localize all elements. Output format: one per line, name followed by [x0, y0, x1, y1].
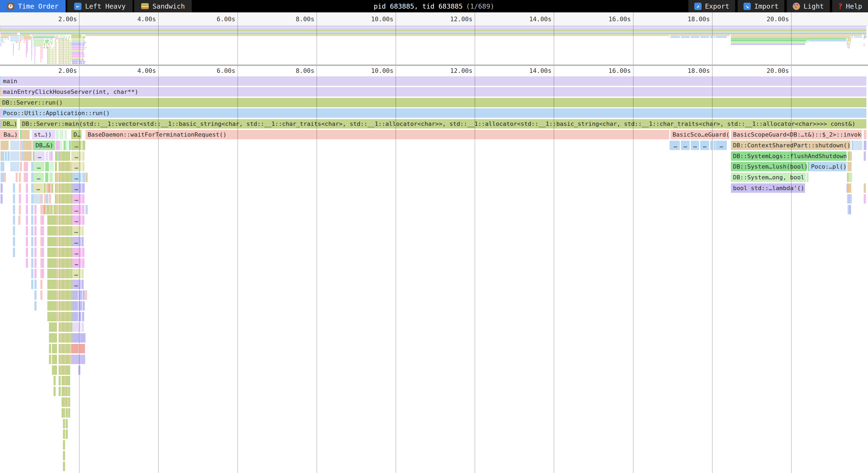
flame-frame[interactable] — [70, 290, 72, 300]
flame-frame[interactable]: Poco:…pl() — [809, 162, 846, 171]
flame-frame[interactable] — [24, 140, 32, 150]
flame-frame[interactable] — [20, 151, 22, 161]
flame-frame[interactable] — [63, 419, 65, 429]
flame-frame[interactable]: mainEntryClickHouseServer(int, char**) — [1, 87, 866, 97]
flame-frame[interactable]: … — [671, 140, 680, 150]
flame-frame[interactable] — [13, 237, 15, 246]
flame-frame[interactable] — [56, 258, 58, 268]
flame-frame[interactable] — [26, 172, 28, 182]
flame-frame[interactable] — [18, 215, 21, 225]
flame-frame[interactable] — [66, 140, 68, 150]
flame-frame[interactable] — [82, 140, 85, 150]
flame-frame[interactable] — [82, 237, 84, 246]
flame-frame[interactable] — [68, 398, 70, 407]
flame-frame[interactable] — [47, 205, 50, 214]
flame-frame[interactable] — [46, 194, 49, 203]
flame-frame[interactable] — [56, 237, 58, 246]
flame-frame[interactable]: … — [71, 151, 82, 161]
flame-frame[interactable] — [850, 172, 852, 182]
flame-frame[interactable] — [13, 205, 15, 214]
tab-time-order[interactable]: Time Order — [0, 0, 66, 12]
flame-frame[interactable] — [56, 215, 58, 225]
flame-frame[interactable]: DB::ContextSharedPart::shutdown() — [731, 140, 850, 150]
flame-frame[interactable] — [46, 151, 48, 161]
flame-frame[interactable] — [22, 130, 30, 139]
flame-frame[interactable] — [82, 162, 85, 171]
flame-frame[interactable] — [34, 205, 37, 214]
flame-frame[interactable] — [86, 205, 88, 214]
flame-frame[interactable] — [66, 151, 68, 161]
flame-frame[interactable] — [10, 162, 19, 171]
flame-frame[interactable] — [70, 258, 72, 268]
flame-frame[interactable] — [34, 301, 37, 311]
flame-frame[interactable] — [10, 140, 19, 150]
flame-frame[interactable] — [66, 430, 68, 439]
flame-frame[interactable] — [82, 215, 85, 225]
flame-frame[interactable] — [63, 430, 65, 439]
flame-frame[interactable] — [66, 387, 68, 396]
flame-frame[interactable]: main — [1, 76, 866, 86]
flame-frame[interactable] — [4, 172, 6, 182]
flame-frame[interactable] — [51, 151, 53, 161]
flame-frame[interactable] — [55, 322, 57, 332]
flame-frame[interactable] — [55, 333, 57, 343]
flame-frame[interactable] — [70, 194, 72, 203]
flame-frame[interactable]: st…)) — [32, 130, 55, 139]
flame-frame[interactable] — [31, 258, 33, 268]
flame-frame[interactable]: DB…&) — [33, 140, 55, 150]
flame-frame[interactable]: … — [34, 151, 44, 161]
flame-frame[interactable] — [7, 151, 10, 161]
flame-frame[interactable] — [13, 248, 15, 257]
flame-frame[interactable] — [40, 205, 42, 214]
theme-toggle-button[interactable]: Light — [787, 0, 830, 12]
flame-frame[interactable] — [72, 290, 78, 300]
flame-frame[interactable]: DB::System…ong, bool) — [731, 172, 806, 182]
flame-frame[interactable] — [68, 151, 70, 161]
flame-frame[interactable] — [82, 183, 85, 193]
flame-frame[interactable] — [56, 172, 58, 182]
flame-frame[interactable] — [2, 162, 4, 171]
flame-frame[interactable] — [5, 151, 7, 161]
flame-frame[interactable] — [10, 151, 19, 161]
flame-frame[interactable] — [34, 215, 37, 225]
flame-frame[interactable] — [2, 151, 4, 161]
flame-frame[interactable] — [31, 280, 33, 289]
flame-frame[interactable] — [50, 162, 52, 171]
flame-frame[interactable] — [40, 280, 42, 289]
flame-frame[interactable] — [66, 419, 68, 429]
flame-frame[interactable] — [24, 172, 26, 182]
flame-frame[interactable] — [82, 151, 85, 161]
flamegraph-canvas[interactable]: mainmainEntryClickHouseServer(int, char*… — [0, 76, 868, 473]
flame-frame[interactable] — [56, 312, 58, 321]
flame-frame[interactable] — [69, 355, 71, 364]
flame-frame[interactable] — [65, 130, 67, 139]
flame-frame[interactable] — [849, 183, 851, 193]
flame-frame[interactable] — [1, 140, 9, 150]
flame-frame[interactable] — [850, 151, 852, 161]
flame-frame[interactable] — [20, 162, 22, 171]
flame-frame[interactable] — [864, 130, 866, 139]
flame-frame[interactable] — [56, 290, 58, 300]
flame-frame[interactable] — [63, 140, 66, 150]
flame-frame[interactable] — [69, 344, 71, 353]
flame-frame[interactable]: BasicSco…eGuard() — [670, 130, 730, 139]
flame-frame[interactable] — [68, 387, 70, 396]
flame-frame[interactable] — [55, 162, 57, 171]
flame-frame[interactable]: … — [71, 183, 82, 193]
flame-frame[interactable] — [82, 312, 84, 321]
flame-frame[interactable] — [70, 322, 72, 332]
flame-frame[interactable] — [864, 151, 866, 161]
flame-frame[interactable] — [46, 183, 49, 193]
flame-frame[interactable] — [86, 172, 88, 182]
flame-frame[interactable] — [13, 194, 15, 203]
flame-frame[interactable] — [68, 376, 70, 385]
flame-frame[interactable] — [42, 258, 44, 268]
flame-frame[interactable]: Ba…) — [1, 130, 19, 139]
flame-frame[interactable] — [82, 194, 85, 203]
flame-frame[interactable] — [72, 301, 78, 311]
flame-frame[interactable] — [49, 344, 51, 353]
flame-frame[interactable] — [56, 194, 58, 203]
flame-frame[interactable] — [26, 162, 28, 171]
flame-frame[interactable] — [70, 215, 72, 225]
flame-frame[interactable] — [34, 258, 37, 268]
